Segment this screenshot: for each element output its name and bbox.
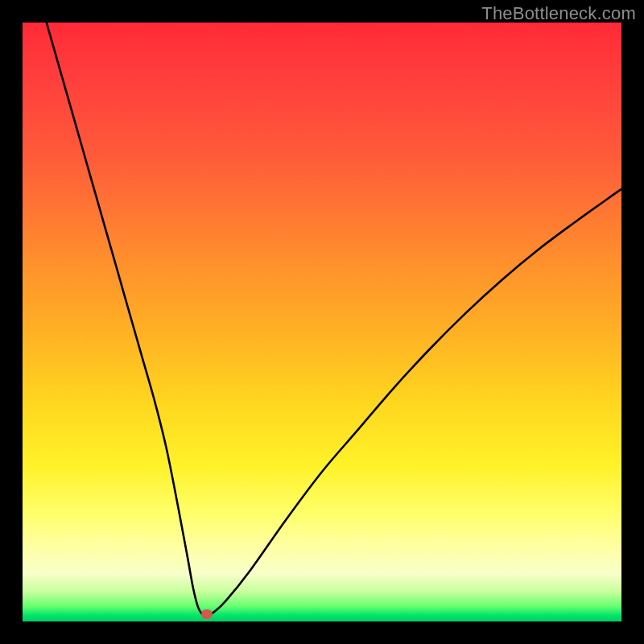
optimal-point-marker — [201, 609, 213, 619]
watermark-text: TheBottleneck.com — [481, 3, 636, 24]
bottleneck-curve — [23, 23, 621, 621]
curve-path — [47, 23, 621, 616]
chart-frame: TheBottleneck.com — [0, 0, 644, 644]
plot-area — [23, 23, 621, 621]
